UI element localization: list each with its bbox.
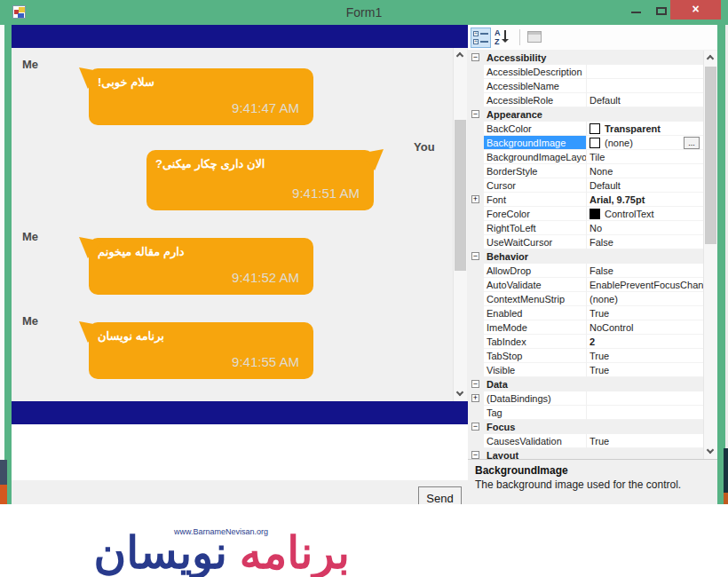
row-gutter — [468, 320, 484, 335]
categorized-view-button[interactable]: + + — [471, 28, 491, 48]
scroll-down-icon[interactable] — [454, 387, 467, 401]
minus-expander-icon[interactable]: − — [471, 423, 479, 431]
chat-scrollbar[interactable] — [453, 48, 467, 401]
property-value[interactable]: ControlText — [586, 207, 703, 221]
categorized-line-icon — [480, 33, 488, 35]
alphabetical-sort-button[interactable]: A Z — [493, 28, 515, 48]
property-row[interactable]: ImeModeNoControl — [468, 320, 703, 335]
property-value[interactable] — [586, 65, 703, 79]
send-button[interactable]: Send — [418, 486, 462, 504]
minus-expander-icon[interactable]: − — [471, 110, 479, 118]
plus-expander-icon[interactable]: + — [471, 394, 479, 402]
property-value[interactable]: NoControl — [586, 320, 703, 335]
scrollbar-thumb[interactable] — [455, 120, 466, 271]
plus-expander-icon[interactable]: + — [471, 195, 479, 203]
property-value[interactable]: False — [586, 235, 703, 249]
chevron-up-icon — [707, 55, 714, 62]
property-row[interactable]: TabIndex2 — [468, 335, 703, 349]
property-row[interactable]: AccessibleName — [468, 79, 703, 93]
property-row[interactable]: AccessibleRoleDefault — [468, 93, 703, 107]
minimize-button[interactable] — [624, 0, 649, 21]
property-value[interactable] — [586, 79, 703, 93]
property-value[interactable]: Arial, 9.75pt — [586, 193, 703, 207]
property-value[interactable]: (none) — [586, 292, 703, 306]
property-value[interactable]: Tile — [586, 150, 703, 164]
property-label: Appearance — [484, 107, 702, 122]
property-value[interactable]: True — [586, 363, 703, 377]
row-gutter: + — [468, 193, 484, 207]
row-gutter — [468, 136, 484, 150]
property-value[interactable]: EnablePreventFocusChang — [586, 278, 703, 292]
property-value-text: Default — [590, 95, 621, 106]
property-label: Visible — [484, 363, 586, 377]
property-row[interactable]: +(DataBindings) — [468, 391, 703, 406]
property-value[interactable] — [586, 406, 703, 420]
property-row[interactable]: AllowDropFalse — [468, 264, 703, 278]
category-row[interactable]: −Behavior — [468, 249, 703, 264]
scroll-up-icon[interactable] — [454, 48, 467, 62]
property-value[interactable]: Transparent — [586, 122, 703, 136]
properties-scrollbar[interactable] — [703, 51, 717, 459]
scroll-down-icon[interactable] — [704, 445, 717, 459]
property-row[interactable]: BorderStyleNone — [468, 164, 703, 178]
minus-expander-icon[interactable]: − — [471, 451, 479, 459]
property-row[interactable]: VisibleTrue — [468, 363, 703, 377]
property-value-text: Tile — [590, 152, 605, 162]
property-row[interactable]: +FontArial, 9.75pt — [468, 193, 703, 207]
category-row[interactable]: −Accessibility — [468, 51, 703, 65]
property-row[interactable]: TabStopTrue — [468, 349, 703, 363]
property-value-text: No — [590, 223, 602, 233]
property-value-text: EnablePreventFocusChang — [590, 280, 703, 290]
minus-expander-icon[interactable]: − — [471, 252, 479, 260]
row-gutter: − — [468, 51, 484, 65]
property-row[interactable]: AutoValidateEnablePreventFocusChang — [468, 278, 703, 292]
property-value[interactable]: No — [586, 221, 703, 235]
property-row[interactable]: Tag — [468, 406, 703, 420]
category-row[interactable]: −Focus — [468, 420, 703, 434]
row-gutter: − — [468, 420, 484, 434]
property-value[interactable]: 2 — [586, 335, 703, 349]
background-block-dark-left — [0, 460, 7, 485]
property-value[interactable]: False — [586, 264, 703, 278]
sender-label: Me — [22, 314, 38, 328]
message-input[interactable] — [12, 424, 468, 480]
minus-expander-icon[interactable]: − — [471, 53, 479, 61]
message-text: سلام خوبی! — [98, 75, 305, 89]
property-row[interactable]: BackgroundImageLayouTile — [468, 150, 703, 164]
close-button[interactable]: × — [670, 0, 721, 20]
property-pages-button[interactable] — [525, 29, 544, 47]
scrollbar-thumb[interactable] — [705, 67, 716, 244]
categorized-line-icon — [480, 41, 488, 43]
property-value-text: ControlText — [605, 209, 654, 219]
close-icon: × — [692, 2, 699, 16]
property-row[interactable]: ForeColorControlText — [468, 207, 703, 221]
minus-expander-icon[interactable]: − — [471, 380, 479, 388]
property-row[interactable]: UseWaitCursorFalse — [468, 235, 703, 249]
row-gutter — [468, 278, 484, 292]
chevron-down-icon — [707, 447, 714, 454]
property-value[interactable]: (none)... — [586, 136, 703, 150]
scroll-up-icon[interactable] — [704, 51, 717, 65]
property-row[interactable]: CausesValidationTrue — [468, 434, 703, 448]
property-row[interactable]: AccessibleDescription — [468, 65, 703, 79]
category-row[interactable]: −Layout — [468, 448, 703, 459]
property-row[interactable]: EnabledTrue — [468, 306, 703, 320]
property-value[interactable]: True — [586, 306, 703, 320]
property-row[interactable]: BackColorTransparent — [468, 122, 703, 136]
property-value[interactable] — [586, 391, 703, 406]
property-row[interactable]: ContextMenuStrip(none) — [468, 292, 703, 306]
property-row[interactable]: BackgroundImage(none)... — [468, 136, 703, 150]
property-value[interactable]: Default — [586, 93, 703, 107]
property-row[interactable]: RightToLeftNo — [468, 221, 703, 235]
property-description-panel: BackgroundImage The background image use… — [468, 459, 717, 504]
category-row[interactable]: −Data — [468, 377, 703, 391]
property-value[interactable]: True — [586, 434, 703, 448]
property-value[interactable]: True — [586, 349, 703, 363]
background-sliver-left — [0, 25, 4, 504]
property-row[interactable]: CursorDefault — [468, 178, 703, 193]
chat-footer-bar — [12, 401, 468, 424]
category-row[interactable]: −Appearance — [468, 107, 703, 122]
property-value[interactable]: None — [586, 164, 703, 178]
ellipsis-button[interactable]: ... — [684, 137, 700, 149]
property-value[interactable]: Default — [586, 178, 703, 193]
